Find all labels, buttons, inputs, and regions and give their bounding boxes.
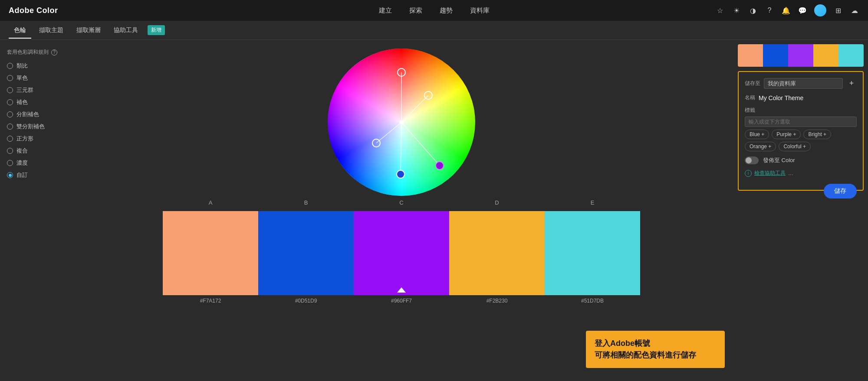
preview-swatch-5 [838, 44, 864, 67]
radio-double-split [7, 124, 13, 130]
tab-extract-gradient[interactable]: 擷取漸層 [71, 22, 106, 39]
tag-purple[interactable]: Purple + [772, 130, 801, 139]
rule-square[interactable]: 正方形 [7, 135, 62, 143]
tags-chips: Blue + Purple + Bright + Orange + Colorf… [745, 130, 857, 151]
swatch-b[interactable]: #0D51D9 [258, 211, 354, 306]
accessibility-link[interactable]: 檢查協助工具 [754, 169, 786, 177]
tag-orange[interactable]: Orange + [745, 142, 776, 151]
svg-line-4 [401, 122, 401, 174]
tab-extract-theme[interactable]: 擷取主題 [34, 22, 69, 39]
save-button[interactable]: 儲存 [824, 184, 857, 199]
swatches-row: #F7A172 #0D51D9 #960FF7 #F2B230 #51D7DB [163, 211, 640, 306]
accessibility-row: i 檢查協助工具 … [745, 169, 857, 177]
bell-icon[interactable]: 🔔 [781, 6, 791, 15]
rule-triadic[interactable]: 三元群 [7, 86, 62, 94]
app-logo: Adobe Color [9, 6, 58, 15]
col-label-e: E [545, 199, 640, 206]
color-wheel-icon[interactable]: ◑ [748, 6, 758, 15]
swatch-e[interactable]: #51D7DB [545, 211, 640, 306]
library-select[interactable]: 我的資料庫 [764, 78, 843, 89]
tags-label: 標籤 [745, 107, 857, 114]
publish-toggle[interactable] [745, 156, 759, 164]
star-icon[interactable]: ☆ [715, 6, 725, 15]
swatch-label-b: #0D51D9 [258, 295, 354, 306]
swatch-label-c: #960FF7 [354, 295, 449, 306]
rule-double-split[interactable]: 雙分割補色 [7, 123, 62, 130]
add-library-button[interactable]: + [846, 78, 857, 89]
handle-bottom-right[interactable] [435, 161, 444, 170]
nav-explore[interactable]: 探索 [409, 7, 422, 15]
header-nav: 建立 探索 趨勢 資料庫 [379, 7, 490, 15]
theme-name-input[interactable] [759, 94, 857, 101]
swatch-label-e: #51D7DB [545, 295, 640, 306]
col-label-b: B [258, 199, 354, 206]
handle-top[interactable] [397, 68, 406, 77]
swatch-color-e[interactable] [545, 211, 640, 295]
right-panel: 儲存至 我的資料庫 + 名稱 標籤 Blue + Purple + Bright… [733, 40, 868, 381]
rule-monochromatic[interactable]: 單色 [7, 74, 62, 82]
center-panel: A B C D E #F7A172 #0D51D9 #960FF7 [69, 40, 733, 381]
rule-compound[interactable]: 複合 [7, 147, 62, 155]
svg-line-5 [401, 122, 440, 166]
header: Adobe Color 建立 探索 趨勢 資料庫 ☆ ☀ ◑ ? 🔔 💬 ⊞ ☁ [0, 0, 868, 21]
question-icon[interactable]: ? [765, 6, 774, 15]
chat-icon[interactable]: 💬 [798, 6, 807, 15]
nav-trends[interactable]: 趨勢 [440, 7, 453, 15]
radio-square [7, 136, 13, 142]
rule-shades[interactable]: 濃度 [7, 159, 62, 167]
nav-create[interactable]: 建立 [379, 7, 392, 15]
swatch-color-b[interactable] [258, 211, 354, 295]
swatch-color-a[interactable] [163, 211, 258, 295]
tab-color-wheel[interactable]: 色輪 [9, 22, 31, 39]
column-labels: A B C D E [163, 196, 640, 209]
info-icon: i [745, 170, 752, 177]
handle-upper-right[interactable] [424, 91, 433, 100]
tags-input[interactable] [745, 117, 857, 127]
tab-accessibility[interactable]: 協助工具 [108, 22, 143, 39]
tabs-bar: 色輪 擷取主題 擷取漸層 協助工具 新增 [0, 21, 868, 40]
name-row: 名稱 [745, 94, 857, 101]
creative-cloud-icon[interactable]: ☁ [850, 6, 859, 15]
tags-section: 標籤 Blue + Purple + Bright + Orange + Col… [745, 107, 857, 151]
swatch-d[interactable]: #F2B230 [449, 211, 545, 306]
swatch-color-d[interactable] [449, 211, 545, 295]
col-label-d: D [449, 199, 545, 206]
rule-custom[interactable]: 自訂 [7, 171, 62, 179]
save-to-label: 儲存至 [745, 80, 760, 87]
radio-monochromatic [7, 75, 13, 81]
rule-split-complementary[interactable]: 分割補色 [7, 111, 62, 118]
rule-complementary[interactable]: 補色 [7, 98, 62, 106]
rule-label: 套用色彩調和規則 ? [7, 49, 62, 56]
tooltip-overlay: 登入Adobe帳號可將相關的配色資料進行儲存 [586, 331, 725, 368]
swatch-color-c[interactable] [354, 211, 449, 295]
publish-row: 發佈至 Color [745, 156, 857, 164]
help-icon[interactable]: ? [51, 49, 57, 55]
radio-shades [7, 160, 13, 166]
sun-icon[interactable]: ☀ [732, 6, 741, 15]
radio-split-complementary [7, 111, 13, 117]
tab-new-badge[interactable]: 新增 [148, 25, 165, 35]
radio-custom [7, 172, 13, 178]
preview-swatch-2 [763, 44, 788, 67]
tag-blue[interactable]: Blue + [745, 130, 769, 139]
handle-left[interactable] [372, 139, 381, 147]
tag-colorful[interactable]: Colorful + [779, 142, 811, 151]
rule-analogous[interactable]: 類比 [7, 62, 62, 70]
handle-bottom-center[interactable] [396, 170, 405, 179]
preview-swatch-4 [813, 44, 838, 67]
swatch-a[interactable]: #F7A172 [163, 211, 258, 306]
nav-library[interactable]: 資料庫 [470, 7, 490, 15]
swatch-c[interactable]: #960FF7 [354, 211, 449, 306]
tooltip-text: 登入Adobe帳號可將相關的配色資料進行儲存 [595, 339, 696, 359]
grid-icon[interactable]: ⊞ [833, 6, 843, 15]
radio-complementary [7, 99, 13, 105]
tag-bright[interactable]: Bright + [803, 130, 831, 139]
wheel-center [399, 120, 404, 124]
preview-swatch-1 [738, 44, 763, 67]
header-icons: ☆ ☀ ◑ ? 🔔 💬 ⊞ ☁ [715, 4, 859, 16]
avatar[interactable] [814, 4, 826, 16]
left-panel: 套用色彩調和規則 ? 類比 單色 三元群 補色 分割補色 [0, 40, 69, 381]
swatch-label-a: #F7A172 [163, 295, 258, 306]
radio-analogous [7, 63, 13, 69]
radio-triadic [7, 87, 13, 93]
